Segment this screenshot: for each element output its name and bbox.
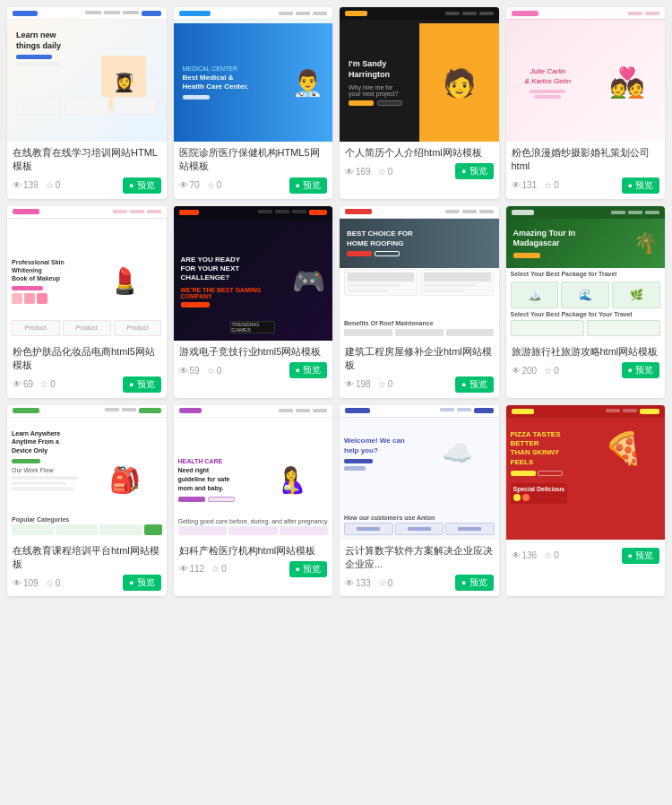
preview-eye-icon-11: ● bbox=[461, 578, 466, 587]
card-4: Julie Carlin& Karlos Gelm 💑 粉色浪漫婚纱摄影婚礼策划… bbox=[506, 7, 666, 199]
view-stat-3: 👁 169 bbox=[345, 167, 371, 177]
preview-eye-icon-12: ● bbox=[628, 551, 633, 560]
template-grid: Learn newthings daily 👩‍🎓 在线教育在线学习培训网站HT… bbox=[0, 0, 672, 603]
view-count-3: 169 bbox=[356, 167, 371, 177]
card-thumbnail-10[interactable]: HEALTH CARE Need rightguideline for safe… bbox=[174, 405, 333, 540]
card-6: ARE YOU READYFOR YOUR NEXTCHALLENGE? WE'… bbox=[174, 206, 333, 398]
card-info-5: 粉色护肤品化妆品电商html5网站模板 👁 69 ☆ 0 ● 预览 bbox=[7, 341, 167, 398]
preview-label-4: 预览 bbox=[635, 179, 653, 192]
card-3: I'm SandyHarrington Why hire me foryour … bbox=[340, 7, 499, 199]
card-meta-8: 👁 200 ☆ 0 ● 预览 bbox=[512, 362, 660, 378]
star-count-6: 0 bbox=[217, 366, 222, 376]
preview-eye-icon-7: ● bbox=[461, 380, 466, 389]
card-info-8: 旅游旅行社旅游攻略html网站模板 👁 200 ☆ 0 ● 预览 bbox=[506, 341, 666, 384]
preview-button-5[interactable]: ● 预览 bbox=[123, 377, 160, 393]
card-thumbnail-4[interactable]: Julie Carlin& Karlos Gelm 💑 bbox=[506, 7, 666, 142]
card-title-2: 医院诊所医疗保健机构HTML5网站模板 bbox=[179, 146, 328, 174]
preview-label-10: 预览 bbox=[303, 563, 321, 576]
view-count-2: 70 bbox=[190, 180, 200, 190]
view-count-9: 109 bbox=[23, 578, 39, 588]
card-meta-11: 👁 133 ☆ 0 ● 预览 bbox=[345, 575, 494, 591]
star-count-10: 0 bbox=[221, 564, 227, 574]
preview-button-11[interactable]: ● 预览 bbox=[455, 575, 493, 591]
preview-label-5: 预览 bbox=[137, 378, 155, 391]
eye-icon-8: 👁 bbox=[512, 366, 521, 376]
star-icon-3: ☆ bbox=[378, 167, 386, 177]
star-icon-10: ☆ bbox=[211, 564, 220, 574]
preview-eye-icon-9: ● bbox=[129, 578, 134, 587]
card-2: MEDICAL CENTER Best Medical &Health Care… bbox=[174, 7, 333, 199]
star-icon-1: ☆ bbox=[46, 180, 54, 190]
view-stat-4: 👁 131 bbox=[512, 180, 538, 190]
card-stats-11: 👁 133 ☆ 0 bbox=[345, 578, 392, 588]
card-thumbnail-6[interactable]: ARE YOU READYFOR YOUR NEXTCHALLENGE? WE'… bbox=[174, 206, 333, 341]
star-stat-9: ☆ 0 bbox=[46, 578, 61, 588]
card-stats-6: 👁 59 ☆ 0 bbox=[179, 366, 222, 376]
card-thumbnail-1[interactable]: Learn newthings daily 👩‍🎓 bbox=[7, 7, 167, 142]
eye-icon-10: 👁 bbox=[179, 564, 188, 574]
card-stats-10: 👁 112 ☆ 0 bbox=[179, 564, 227, 574]
preview-button-6[interactable]: ● 预览 bbox=[289, 362, 327, 378]
view-count-8: 200 bbox=[522, 366, 538, 376]
eye-icon-1: 👁 bbox=[13, 180, 22, 190]
eye-icon-11: 👁 bbox=[345, 578, 354, 588]
card-thumbnail-3[interactable]: I'm SandyHarrington Why hire me foryour … bbox=[340, 7, 499, 142]
preview-button-12[interactable]: ● 预览 bbox=[622, 548, 659, 564]
preview-label-9: 预览 bbox=[137, 576, 155, 589]
card-9: Learn AnywhereAnytime From aDevice Only … bbox=[7, 405, 167, 597]
card-thumbnail-2[interactable]: MEDICAL CENTER Best Medical &Health Care… bbox=[174, 7, 333, 142]
preview-label-7: 预览 bbox=[470, 378, 487, 391]
preview-eye-icon-5: ● bbox=[129, 380, 134, 389]
view-stat-8: 👁 200 bbox=[512, 366, 538, 376]
card-11: Welcome! We canhelp you? ☁️ How our cust… bbox=[340, 405, 499, 597]
view-count-1: 139 bbox=[23, 180, 39, 190]
card-meta-10: 👁 112 ☆ 0 ● 预览 bbox=[179, 561, 328, 577]
view-count-7: 198 bbox=[356, 379, 371, 389]
card-thumbnail-9[interactable]: Learn AnywhereAnytime From aDevice Only … bbox=[7, 405, 167, 540]
card-thumbnail-8[interactable]: Amazing Tour InMadagascar 🌴 Select Your … bbox=[506, 206, 666, 341]
card-thumbnail-11[interactable]: Welcome! We canhelp you? ☁️ How our cust… bbox=[340, 405, 499, 540]
card-info-1: 在线教育在线学习培训网站HTML模板 👁 139 ☆ 0 ● 预览 bbox=[7, 142, 167, 199]
preview-button-9[interactable]: ● 预览 bbox=[123, 575, 160, 591]
view-count-12: 136 bbox=[522, 550, 538, 560]
star-stat-6: ☆ 0 bbox=[207, 366, 222, 376]
view-stat-10: 👁 112 bbox=[179, 564, 205, 574]
preview-label-8: 预览 bbox=[635, 364, 653, 377]
card-title-11: 云计算数字软件方案解决企业应决企业应... bbox=[345, 544, 494, 572]
star-stat-8: ☆ 0 bbox=[544, 366, 559, 376]
preview-eye-icon-3: ● bbox=[461, 167, 466, 176]
card-title-5: 粉色护肤品化妆品电商html5网站模板 bbox=[13, 345, 161, 373]
star-icon-8: ☆ bbox=[544, 366, 552, 376]
card-stats-3: 👁 169 ☆ 0 bbox=[345, 167, 392, 177]
preview-label-1: 预览 bbox=[137, 179, 155, 192]
card-info-12: 👁 136 ☆ 0 ● 预览 bbox=[506, 540, 666, 569]
eye-icon-6: 👁 bbox=[179, 366, 188, 376]
star-stat-4: ☆ 0 bbox=[544, 180, 559, 190]
card-thumbnail-7[interactable]: BEST CHOICE FORHOME ROOFING Benefits Of … bbox=[340, 206, 499, 341]
card-stats-12: 👁 136 ☆ 0 bbox=[512, 550, 559, 560]
card-5: Professional SkinWhiteningBook of Makeup… bbox=[7, 206, 167, 398]
card-meta-2: 👁 70 ☆ 0 ● 预览 bbox=[179, 177, 328, 194]
card-thumbnail-5[interactable]: Professional SkinWhiteningBook of Makeup… bbox=[7, 206, 167, 341]
preview-button-7[interactable]: ● 预览 bbox=[455, 377, 493, 393]
star-icon-6: ☆ bbox=[207, 366, 215, 376]
card-info-2: 医院诊所医疗保健机构HTML5网站模板 👁 70 ☆ 0 ● 预览 bbox=[174, 142, 333, 199]
view-count-10: 112 bbox=[190, 564, 205, 574]
preview-eye-icon-8: ● bbox=[628, 366, 633, 375]
card-title-3: 个人简历个人介绍html网站模板 bbox=[345, 146, 494, 160]
star-icon-11: ☆ bbox=[378, 578, 386, 588]
preview-button-3[interactable]: ● 预览 bbox=[455, 163, 493, 179]
card-stats-8: 👁 200 ☆ 0 bbox=[512, 366, 559, 376]
card-meta-4: 👁 131 ☆ 0 ● 预览 bbox=[512, 177, 660, 194]
preview-button-1[interactable]: ● 预览 bbox=[123, 177, 160, 194]
star-stat-3: ☆ 0 bbox=[378, 167, 393, 177]
preview-button-8[interactable]: ● 预览 bbox=[622, 362, 659, 378]
preview-button-4[interactable]: ● 预览 bbox=[622, 177, 659, 194]
view-count-6: 59 bbox=[190, 366, 200, 376]
star-stat-2: ☆ 0 bbox=[207, 180, 222, 190]
preview-button-2[interactable]: ● 预览 bbox=[289, 177, 327, 194]
view-count-4: 131 bbox=[522, 180, 538, 190]
view-stat-9: 👁 109 bbox=[13, 578, 39, 588]
preview-button-10[interactable]: ● 预览 bbox=[289, 561, 327, 577]
card-thumbnail-12[interactable]: PIZZA TASTES BETTERTHAN SKINNY FEELS Spe… bbox=[506, 405, 666, 540]
